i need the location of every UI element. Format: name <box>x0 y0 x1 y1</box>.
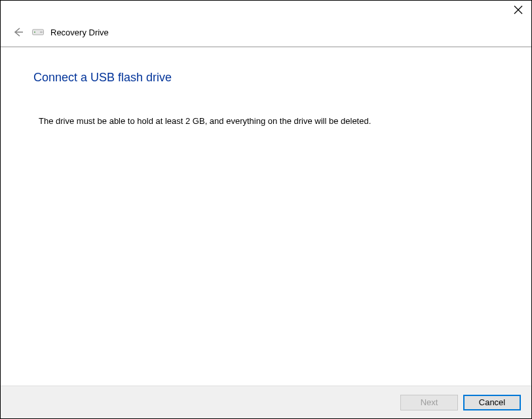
back-button[interactable] <box>10 24 26 40</box>
content-area: Connect a USB flash drive The drive must… <box>1 47 531 126</box>
titlebar <box>1 1 531 22</box>
wizard-title: Recovery Drive <box>50 28 109 37</box>
cancel-button[interactable]: Cancel <box>463 395 521 410</box>
page-heading: Connect a USB flash drive <box>33 71 499 85</box>
footer: Next Cancel <box>1 386 531 418</box>
close-button[interactable] <box>513 5 523 15</box>
svg-point-4 <box>34 31 35 33</box>
next-button: Next <box>400 395 458 410</box>
instruction-text: The drive must be able to hold at least … <box>33 116 499 126</box>
drive-icon <box>32 28 44 37</box>
back-arrow-icon <box>11 26 24 39</box>
header-row: Recovery Drive <box>1 22 531 47</box>
close-icon <box>514 5 523 14</box>
svg-rect-5 <box>40 31 43 33</box>
